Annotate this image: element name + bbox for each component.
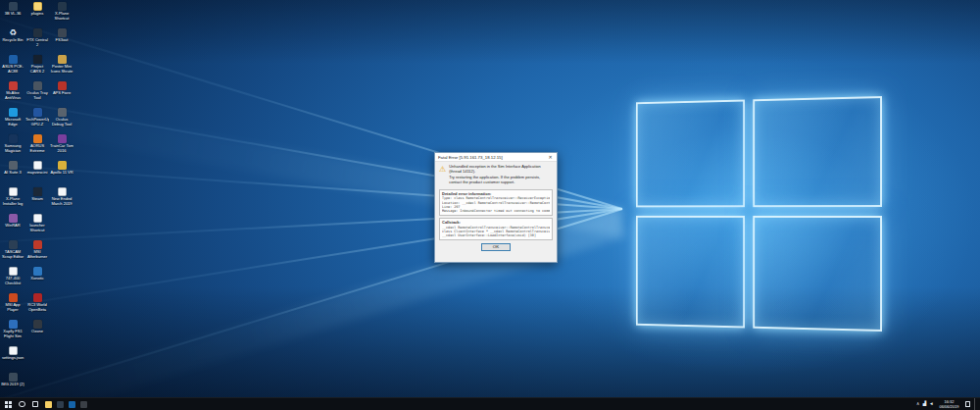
app-icon xyxy=(9,134,18,143)
start-button[interactable] xyxy=(5,401,12,408)
desktop-icon[interactable]: New Ended March 2019 xyxy=(50,187,74,214)
desktop-icon[interactable]: FTX Central 2 xyxy=(25,28,49,55)
desktop-icon-column: 3B VL-36♻Recycle BinASUS PCE-AC88McAfee … xyxy=(1,2,24,399)
desktop-icon[interactable]: MSI App Player xyxy=(1,293,24,320)
desktop-icon[interactable]: Project CARS 2 xyxy=(25,55,49,81)
app-icon xyxy=(33,28,42,37)
desktop-icon-label: Oculus Debug Tool xyxy=(50,118,74,127)
desktop-icon[interactable]: Microsoft Edge xyxy=(1,108,24,134)
desktop-icon-label: Xaplly FS1 Flight Sim xyxy=(1,330,24,338)
desktop-icon[interactable]: Apollo 11 VR xyxy=(50,161,74,187)
desktop-icon[interactable]: X-Plane Shortcut xyxy=(50,2,74,28)
pinned-app-1-icon[interactable] xyxy=(57,401,64,408)
desktop-icon[interactable]: Ozone xyxy=(25,320,49,346)
desktop-icon[interactable]: launcher Shortcut xyxy=(25,214,49,240)
desktop-icon[interactable]: McAfee AntiVirus xyxy=(1,81,24,108)
desktop-icon[interactable]: X-Plane Installer log xyxy=(1,187,24,214)
desktop-icon[interactable]: TechPowerUp GPU-Z xyxy=(25,108,49,134)
desktop-icon-label: Steam xyxy=(25,197,49,202)
desktop-icon[interactable]: ASUS PCE-AC88 xyxy=(1,55,24,81)
desktop-icon-label: launcher Shortcut xyxy=(25,224,49,232)
taskbar-clock[interactable]: 16:32 06/06/2019 xyxy=(937,399,960,409)
pinned-app-3-icon[interactable] xyxy=(80,401,87,408)
desktop-icon[interactable]: Samsung Magician xyxy=(1,134,24,161)
desktop-icon-label: Apollo 11 VR xyxy=(50,171,74,176)
desktop-icon[interactable]: Oculus Debug Tool xyxy=(50,108,74,134)
task-view-icon[interactable] xyxy=(32,401,39,407)
desktop-icon[interactable]: IMG 2019 (2) xyxy=(1,373,24,399)
desktop-icon-label: Xonotic xyxy=(25,277,49,282)
desktop-icon[interactable]: Oculus Tray Tool xyxy=(25,81,49,108)
dialog-titlebar[interactable]: Fatal Error [5.91.161.73_18.12.15] ✕ xyxy=(435,153,557,162)
desktop-icon-column: X-Plane ShortcutFS3outPoster Mini Icons … xyxy=(50,2,74,214)
desktop-icon[interactable]: 3B VL-36 xyxy=(1,2,24,28)
app-icon xyxy=(9,214,18,223)
desktop-icon[interactable]: TASCAM Scrap Editor xyxy=(1,240,24,267)
desktop-icon-label: FTX Central 2 xyxy=(25,38,49,47)
network-icon[interactable]: ▟ xyxy=(922,401,926,407)
desktop-icon[interactable]: mapview.ini xyxy=(25,161,49,187)
desktop-icon[interactable]: APS Fiore xyxy=(50,81,74,108)
ok-button[interactable]: OK xyxy=(481,243,511,252)
desktop-icon[interactable]: WinRAR xyxy=(1,214,24,240)
desktop-icon[interactable]: Xonotic xyxy=(25,267,49,293)
desktop-icon-label: TASCAM Scrap Editor xyxy=(1,250,24,259)
pinned-apps xyxy=(45,401,87,408)
desktop-icon[interactable]: MSI Afterburner xyxy=(25,240,49,267)
file-explorer-icon[interactable] xyxy=(45,401,52,408)
desktop-icon-label: AI Suite 3 xyxy=(1,171,24,176)
desktop-icon-label: Microsoft Edge xyxy=(1,118,24,127)
tray-icons: ∧▟◄ xyxy=(916,401,933,407)
search-icon[interactable] xyxy=(19,401,25,408)
volume-icon[interactable]: ◄ xyxy=(929,401,934,407)
desktop-icon-label: FS3out xyxy=(50,38,74,43)
desktop-icon-label: Project CARS 2 xyxy=(25,65,49,74)
desktop-icon[interactable]: Xaplly FS1 Flight Sim xyxy=(1,320,24,346)
app-icon xyxy=(58,81,67,90)
app-icon xyxy=(9,373,18,382)
callstack-line: __cdecl UserInterface::LoadInterface(voi… xyxy=(442,233,550,237)
app-icon xyxy=(58,161,67,170)
show-desktop-button[interactable] xyxy=(974,398,978,410)
doc-icon xyxy=(9,346,18,355)
app-icon xyxy=(33,187,42,196)
desktop-icon-label: settings.json xyxy=(1,356,24,361)
app-icon xyxy=(9,320,18,329)
desktop-icon-label: TechPowerUp GPU-Z xyxy=(25,118,49,127)
desktop-icon[interactable]: ♻Recycle Bin xyxy=(1,28,24,55)
app-icon xyxy=(33,55,42,64)
desktop-icon[interactable]: AI Suite 3 xyxy=(1,161,24,187)
error-detail-line: Type: class RemoteControlTransceiver::Re… xyxy=(442,196,550,200)
callstack-lines: __cdecl RemoteControlTransceiver::Remote… xyxy=(442,226,550,238)
desktop-icon-label: WinRAR xyxy=(1,224,24,229)
desktop-icon-label: APS Fiore xyxy=(50,91,74,96)
doc-icon xyxy=(33,214,42,223)
desktop-icon[interactable]: plugins xyxy=(25,2,49,28)
desktop-icon-label: MSI Afterburner xyxy=(25,250,49,259)
windows-logo-window xyxy=(636,96,882,332)
desktop-icon-label: X-Plane Shortcut xyxy=(50,12,74,21)
action-center-icon[interactable] xyxy=(965,401,971,407)
desktop-icon-label: X-Plane Installer log xyxy=(1,197,24,206)
desktop-icon[interactable]: AORUS Extreme xyxy=(25,134,49,161)
desktop-icon[interactable]: Poster Mini Icons Shrute xyxy=(50,55,74,81)
desktop-icon[interactable]: TrainCar Tom 2016 xyxy=(50,134,74,161)
desktop-icon-label: plugins xyxy=(25,12,49,17)
app-icon xyxy=(33,134,42,143)
app-icon xyxy=(33,320,42,329)
desktop-icon[interactable]: RC3 World OpenBeta xyxy=(25,293,49,320)
app-icon xyxy=(58,28,67,37)
pinned-app-2-icon[interactable] xyxy=(69,401,75,408)
desktop-icon-label: Samsung Magician xyxy=(1,144,24,153)
app-icon xyxy=(58,108,67,117)
dialog-message-primary: Unhandled exception in the Sim Interface… xyxy=(449,165,553,175)
desktop-icon[interactable]: settings.json xyxy=(1,346,24,373)
desktop-icon[interactable]: FS3out xyxy=(50,28,74,55)
desktop-icon[interactable]: Steam xyxy=(25,187,49,214)
desktop-icon-label: Poster Mini Icons Shrute xyxy=(50,65,74,74)
desktop-icon[interactable]: 747-400 Checklist xyxy=(1,267,24,293)
wallpaper-window-pane xyxy=(753,216,882,332)
chevron-up-icon[interactable]: ∧ xyxy=(916,401,919,407)
close-icon[interactable]: ✕ xyxy=(544,154,557,160)
desktop-icon-label: Recycle Bin xyxy=(1,38,24,43)
